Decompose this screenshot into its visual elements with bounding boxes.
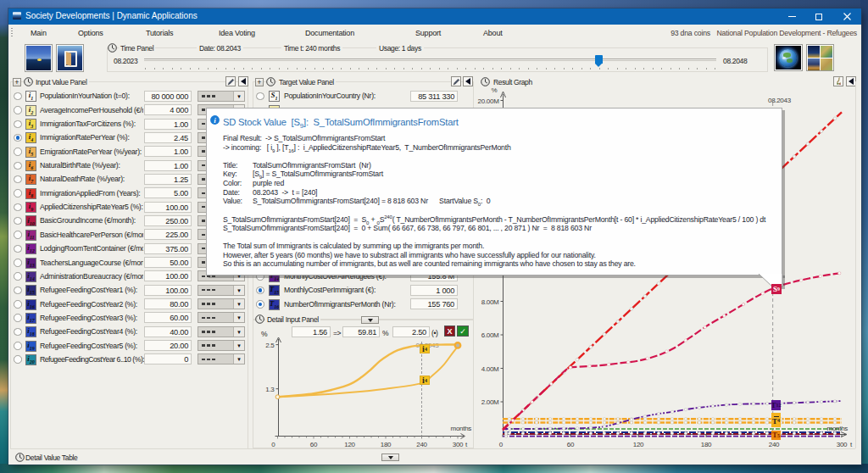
svg-text:1.3: 1.3 <box>265 386 275 393</box>
svg-text:240: 240 <box>769 441 780 448</box>
svg-text:6.00M: 6.00M <box>481 331 499 339</box>
svg-text:4.00M: 4.00M <box>481 365 499 373</box>
svg-text:60: 60 <box>310 441 318 448</box>
svg-text:120: 120 <box>344 441 355 448</box>
svg-text:months: months <box>451 425 472 432</box>
svg-text:0: 0 <box>271 441 275 448</box>
svg-text:months: months <box>827 425 849 432</box>
svg-text:180: 180 <box>381 441 392 448</box>
svg-text:240: 240 <box>416 441 427 448</box>
svg-text:08.2043: 08.2043 <box>768 97 792 104</box>
svg-text:8.00M: 8.00M <box>481 298 499 306</box>
svg-text:2.00M: 2.00M <box>481 398 499 406</box>
svg-text:t: t <box>465 441 468 448</box>
svg-text:2.5: 2.5 <box>265 342 275 349</box>
svg-text:0: 0 <box>499 441 504 448</box>
svg-text:60: 60 <box>567 441 575 448</box>
svg-text:300: 300 <box>837 441 848 448</box>
svg-text:300: 300 <box>453 441 464 448</box>
svg-text:%: % <box>492 87 498 94</box>
svg-text:180: 180 <box>701 441 712 448</box>
svg-text:120: 120 <box>633 441 644 448</box>
svg-text:20.00M: 20.00M <box>478 97 500 105</box>
svg-text:t: t <box>850 441 853 448</box>
